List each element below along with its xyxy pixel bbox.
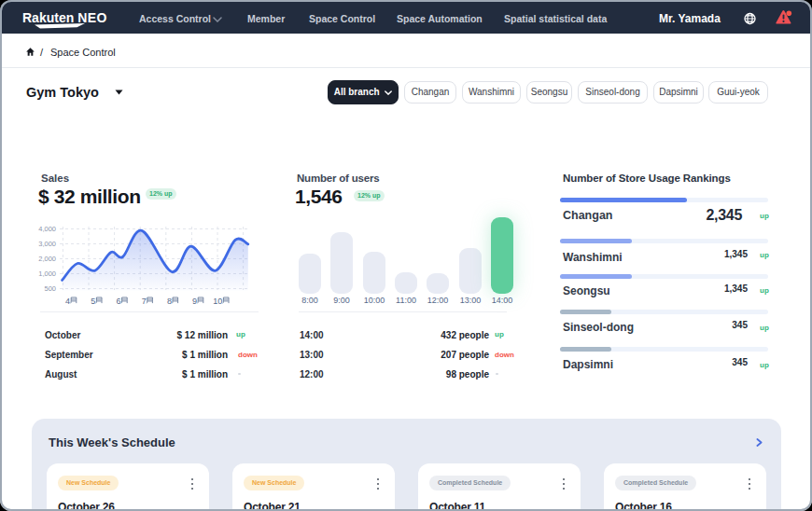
svg-text:5: 5 <box>91 297 95 306</box>
svg-text:500: 500 <box>44 284 56 293</box>
svg-text:3,000: 3,000 <box>38 240 56 248</box>
svg-text:2,000: 2,000 <box>38 255 56 263</box>
svg-text:9: 9 <box>192 297 197 306</box>
svg-text:6: 6 <box>116 297 120 306</box>
svg-text:4: 4 <box>65 297 70 306</box>
svg-text:1,000: 1,000 <box>38 269 56 278</box>
svg-text:10: 10 <box>213 297 222 306</box>
svg-text:7: 7 <box>142 297 147 306</box>
svg-text:8: 8 <box>167 297 172 306</box>
svg-text:4,000: 4,000 <box>38 225 56 233</box>
